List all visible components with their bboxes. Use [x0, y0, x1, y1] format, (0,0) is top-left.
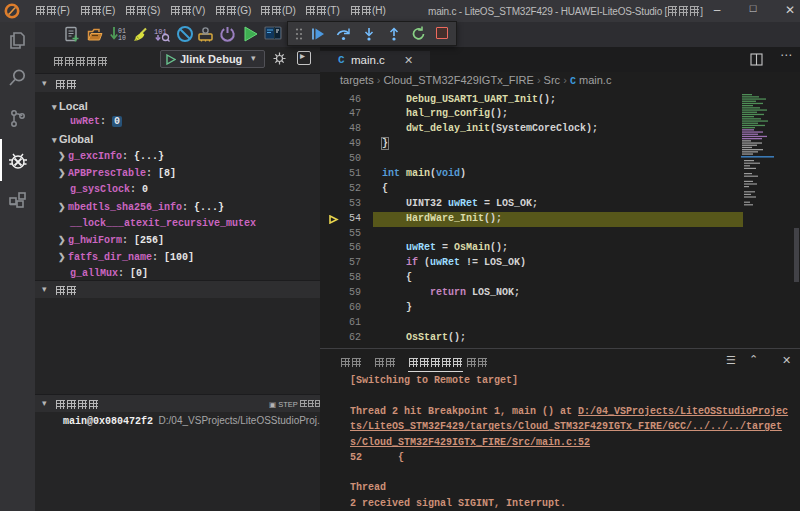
svg-text:01: 01	[118, 28, 126, 35]
svg-text:10: 10	[118, 35, 126, 42]
